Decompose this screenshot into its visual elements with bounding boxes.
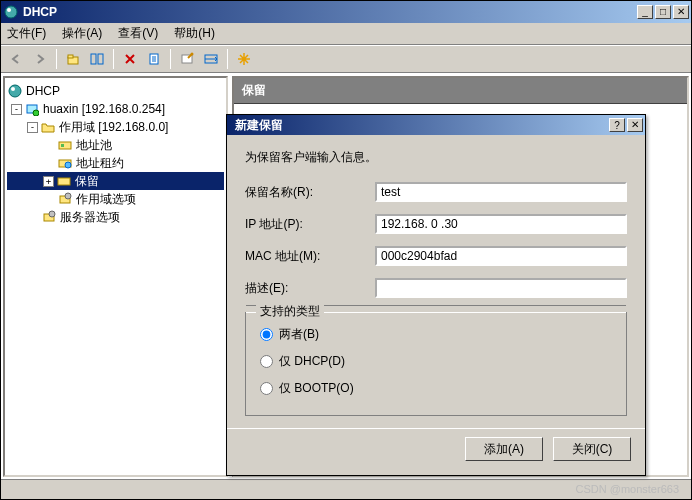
svg-rect-15 [61, 144, 64, 147]
toolbar [1, 45, 691, 73]
tree-pool-label: 地址池 [76, 137, 112, 154]
reservations-icon [56, 173, 72, 189]
watermark: CSDN @monster663 [576, 483, 679, 495]
window-title: DHCP [23, 5, 637, 19]
new-reservation-dialog: 新建保留 ? ✕ 为保留客户端输入信息。 保留名称(R): IP 地址(P): … [226, 114, 646, 476]
group-title: 支持的类型 [256, 303, 324, 320]
tree-scopeoptions[interactable]: 作用域选项 [7, 190, 224, 208]
tree-server[interactable]: - huaxin [192.168.0.254] [7, 100, 224, 118]
svg-point-11 [11, 87, 15, 91]
tree-scope[interactable]: - 作用域 [192.168.0.0] [7, 118, 224, 136]
svg-point-13 [33, 110, 39, 116]
radio-dhcp[interactable] [260, 355, 273, 368]
svg-rect-5 [98, 54, 103, 64]
dhcp-icon [7, 83, 23, 99]
svg-rect-18 [58, 178, 70, 185]
minimize-button[interactable]: _ [637, 5, 653, 19]
svg-point-20 [65, 193, 71, 199]
server-options-icon [41, 209, 57, 225]
tree-server-label: huaxin [192.168.0.254] [43, 102, 165, 116]
menu-file[interactable]: 文件(F) [7, 25, 46, 42]
svg-point-0 [5, 6, 17, 18]
menu-action[interactable]: 操作(A) [62, 25, 102, 42]
folder-open-icon [40, 119, 56, 135]
expander-icon[interactable]: - [27, 122, 38, 133]
server-icon [24, 101, 40, 117]
window-controls: _ □ ✕ [637, 5, 689, 19]
dialog-help-button[interactable]: ? [609, 118, 625, 132]
label-reservation-name: 保留名称(R): [245, 184, 375, 201]
tree-serveroptions[interactable]: 服务器选项 [7, 208, 224, 226]
menu-help[interactable]: 帮助(H) [174, 25, 215, 42]
tree-leases[interactable]: 地址租约 [7, 154, 224, 172]
menubar: 文件(F) 操作(A) 查看(V) 帮助(H) [1, 23, 691, 45]
tree-serveroptions-label: 服务器选项 [60, 209, 120, 226]
svg-point-8 [191, 53, 194, 56]
pool-icon [57, 137, 73, 153]
maximize-button[interactable]: □ [655, 5, 671, 19]
show-hide-tree-button[interactable] [86, 48, 108, 70]
svg-rect-14 [59, 142, 71, 149]
label-mac-address: MAC 地址(M): [245, 248, 375, 265]
forward-button[interactable] [29, 48, 51, 70]
export-button[interactable] [143, 48, 165, 70]
expander-icon[interactable]: + [43, 176, 54, 187]
tree-reservations[interactable]: + 保留 [7, 172, 224, 190]
dialog-title: 新建保留 [229, 117, 609, 134]
tree-scope-label: 作用域 [192.168.0.0] [59, 119, 168, 136]
add-button[interactable]: 添加(A) [465, 437, 543, 461]
dialog-close-button[interactable]: ✕ [627, 118, 643, 132]
main-titlebar: DHCP _ □ ✕ [1, 1, 691, 23]
input-mac-address[interactable] [375, 246, 627, 266]
scope-options-icon [57, 191, 73, 207]
svg-point-1 [7, 8, 11, 12]
tree-reservations-label: 保留 [75, 173, 99, 190]
close-dialog-button[interactable]: 关闭(C) [553, 437, 631, 461]
leases-icon [57, 155, 73, 171]
label-ip-address: IP 地址(P): [245, 216, 375, 233]
input-description[interactable] [375, 278, 627, 298]
close-button[interactable]: ✕ [673, 5, 689, 19]
tree-pool[interactable]: 地址池 [7, 136, 224, 154]
radio-both-label: 两者(B) [279, 326, 319, 343]
radio-dhcp-label: 仅 DHCP(D) [279, 353, 345, 370]
dialog-buttons: 添加(A) 关闭(C) [227, 428, 645, 475]
input-ip-address[interactable] [375, 214, 627, 234]
back-button[interactable] [5, 48, 27, 70]
supported-types-group: 支持的类型 两者(B) 仅 DHCP(D) 仅 BOOTP(O) [245, 312, 627, 416]
properties-button[interactable] [176, 48, 198, 70]
app-icon [3, 4, 19, 20]
main-window: DHCP _ □ ✕ 文件(F) 操作(A) 查看(V) 帮助(H) DHCP [0, 0, 692, 500]
up-button[interactable] [62, 48, 84, 70]
svg-point-10 [9, 85, 21, 97]
tree-root[interactable]: DHCP [7, 82, 224, 100]
right-pane-header: 保留 [234, 78, 687, 104]
radio-bootp-label: 仅 BOOTP(O) [279, 380, 354, 397]
dialog-intro: 为保留客户端输入信息。 [245, 149, 627, 166]
svg-rect-3 [68, 55, 73, 58]
menu-view[interactable]: 查看(V) [118, 25, 158, 42]
tree-root-label: DHCP [26, 84, 60, 98]
label-description: 描述(E): [245, 280, 375, 297]
tree-view[interactable]: DHCP - huaxin [192.168.0.254] - 作用域 [192… [3, 76, 228, 477]
svg-rect-4 [91, 54, 96, 64]
svg-point-17 [65, 162, 71, 168]
dialog-titlebar[interactable]: 新建保留 ? ✕ [227, 115, 645, 135]
radio-bootp[interactable] [260, 382, 273, 395]
expander-icon[interactable]: - [11, 104, 22, 115]
delete-button[interactable] [119, 48, 141, 70]
svg-point-22 [49, 211, 55, 217]
refresh-button[interactable] [200, 48, 222, 70]
radio-both[interactable] [260, 328, 273, 341]
new-reservation-button[interactable] [233, 48, 255, 70]
input-reservation-name[interactable] [375, 182, 627, 202]
tree-scopeoptions-label: 作用域选项 [76, 191, 136, 208]
tree-leases-label: 地址租约 [76, 155, 124, 172]
dialog-body: 为保留客户端输入信息。 保留名称(R): IP 地址(P): MAC 地址(M)… [227, 135, 645, 428]
